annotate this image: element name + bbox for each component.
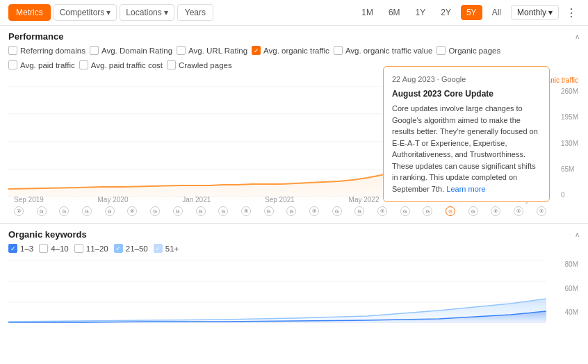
event-dot-22[interactable]: ② [491,206,500,216]
range-6m[interactable]: 6M [383,5,406,20]
chevron-down-icon: ▾ [106,8,111,17]
event-dot-24[interactable]: ② [537,206,546,216]
tooltip-date: 22 Aug 2023 · Google [392,74,541,85]
tab-group: Metrics Competitors ▾ Locations ▾ Years [8,4,213,21]
tab-competitors[interactable]: Competitors ▾ [54,4,117,21]
top-navigation: Metrics Competitors ▾ Locations ▾ Years … [0,0,588,26]
checkbox-row-1: Referring domains Avg. Domain Rating Avg… [0,44,588,59]
cb-icon [8,46,17,55]
cb-icon [79,60,88,69]
cb-icon [436,46,446,55]
event-dot-5[interactable]: G [105,206,115,216]
range-1m[interactable]: 1M [356,5,379,20]
event-dot-19[interactable]: G [423,206,432,216]
organic-keywords-header: Organic keywords ∧ [0,224,588,242]
cb-avg-paid-traffic[interactable]: Avg. paid traffic [8,60,75,69]
organic-keywords-chart: 80M 60M 40M [0,257,588,333]
tooltip-title: August 2023 Core Update [392,88,541,100]
event-dot-9[interactable]: G [196,206,206,216]
event-dot-18[interactable]: G [400,206,410,216]
cb-icon [177,46,186,55]
cb-1-3: ✓ [8,244,17,253]
cb-avg-organic-traffic-value[interactable]: Avg. organic traffic value [334,46,433,55]
collapse-organic-icon[interactable]: ∧ [575,231,580,238]
cb-icon-checked: ✓ [252,46,261,55]
tab-years[interactable]: Years [177,4,213,21]
event-dot-4[interactable]: G [82,206,92,216]
event-dot-15[interactable]: G [332,206,342,216]
cb-4-10 [39,244,48,253]
cb-icon [90,46,99,55]
cb-icon [8,60,17,69]
event-dot-12[interactable]: G [264,206,274,216]
cb-avg-domain-rating[interactable]: Avg. Domain Rating [90,46,172,55]
performance-section: Performance ∧ Referring domains Avg. Dom… [0,26,588,224]
filter-4-10[interactable]: 4–10 [39,244,69,253]
cb-51plus: ✓ [154,244,163,253]
cb-11-20 [74,244,83,253]
cb-avg-url-rating[interactable]: Avg. URL Rating [177,46,247,55]
event-dot-3[interactable]: G [59,206,69,216]
keyword-filter-row: ✓ 1–3 4–10 11–20 ✓ 21–50 ✓ 51+ [0,242,588,257]
period-selector[interactable]: Monthly ▾ [511,5,559,20]
event-dot-2[interactable]: G [37,206,47,216]
event-dot-1[interactable]: ② [14,206,24,216]
y-axis: 260M 195M 130M 65M 0 [561,88,578,199]
performance-chart: Avg. organic traffic 260M 195M 130M 65M … [0,74,588,223]
performance-header: Performance ∧ [0,26,588,44]
chevron-down-icon: ▾ [548,8,553,17]
range-all[interactable]: All [487,5,507,20]
cb-icon [167,60,176,69]
event-dot-aug2023[interactable]: G [446,206,455,216]
more-options-button[interactable]: ⋮ [563,5,580,21]
range-5y[interactable]: 5Y [461,5,482,20]
filter-1-3[interactable]: ✓ 1–3 [8,244,33,253]
event-dot-10[interactable]: G [218,206,228,216]
organic-keywords-section: Organic keywords ∧ ✓ 1–3 4–10 11–20 ✓ 21… [0,224,588,333]
event-dot-11[interactable]: ⑤ [241,206,251,216]
cb-21-50: ✓ [114,244,123,253]
tab-locations[interactable]: Locations ▾ [120,4,174,21]
tooltip-body: Core updates involve large changes to Go… [392,103,541,195]
event-tooltip: 22 Aug 2023 · Google August 2023 Core Up… [383,66,550,203]
chevron-down-icon: ▾ [164,8,168,17]
filter-51plus[interactable]: ✓ 51+ [154,244,179,253]
range-controls: 1M 6M 1Y 2Y 5Y All Monthly ▾ ⋮ [356,5,580,21]
filter-11-20[interactable]: 11–20 [74,244,108,253]
event-dot-6[interactable]: ② [127,206,137,216]
event-dot-21[interactable]: G [468,206,478,216]
event-dots: ② G G G G ② G G G G ⑤ G G ③ G G ⑤ G G G … [14,206,546,216]
cb-icon [334,46,343,55]
event-dot-17[interactable]: ⑤ [377,206,387,216]
organic-keywords-title: Organic keywords [8,229,87,240]
tab-metrics[interactable]: Metrics [8,4,51,21]
cb-avg-organic-traffic[interactable]: ✓ Avg. organic traffic [252,46,329,55]
range-1y[interactable]: 1Y [410,5,432,20]
event-dot-13[interactable]: G [286,206,296,216]
event-dot-16[interactable]: G [354,206,364,216]
event-dot-8[interactable]: G [173,206,183,216]
range-2y[interactable]: 2Y [435,5,457,20]
bottom-y-axis: 80M 60M 40M [565,260,578,316]
cb-crawled-pages[interactable]: Crawled pages [167,60,232,69]
collapse-icon[interactable]: ∧ [575,33,580,40]
event-dot-23[interactable]: ② [514,206,523,216]
bottom-chart-svg [8,260,546,323]
filter-21-50[interactable]: ✓ 21–50 [114,244,148,253]
cb-referring-domains[interactable]: Referring domains [8,46,85,55]
event-dot-7[interactable]: G [150,206,160,216]
performance-title: Performance [8,31,63,42]
learn-more-link[interactable]: Learn more [446,185,485,193]
event-dot-14[interactable]: ③ [309,206,319,216]
cb-avg-paid-traffic-cost[interactable]: Avg. paid traffic cost [79,60,163,69]
cb-organic-pages[interactable]: Organic pages [436,46,500,55]
